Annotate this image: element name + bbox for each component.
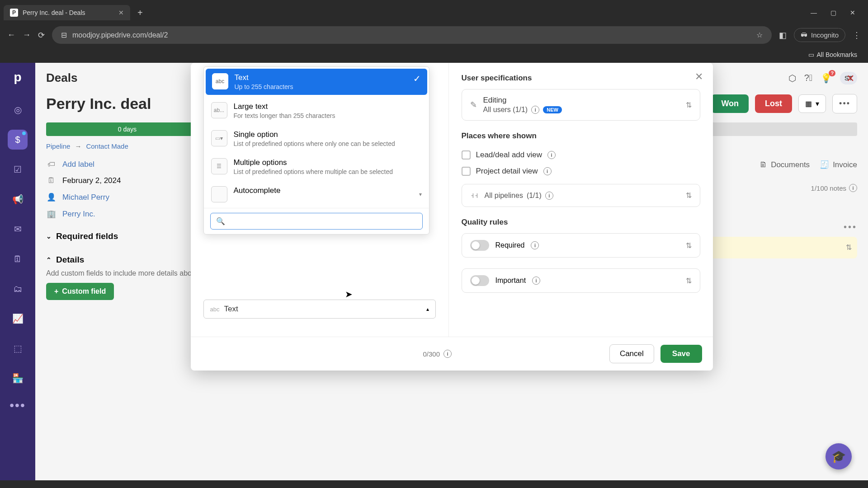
field-type-select[interactable]: abc Text ▴ (203, 300, 436, 319)
places-shown-label: Places where shown (462, 131, 700, 141)
modal-left-panel: abc Text Up to 255 characters ✓ ab... (191, 63, 448, 337)
save-button[interactable]: Save (660, 345, 702, 363)
modal-overlay: ✕ abc Text Up to 255 characters (35, 63, 868, 480)
user-spec-label: User specifications (462, 74, 700, 83)
rail-insights-icon[interactable]: 📈 (8, 309, 28, 328)
char-count: 0/300 i (423, 350, 452, 358)
project-detail-checkbox-row: Project detail view i (462, 163, 700, 179)
pipelines-card[interactable]: ⫞⫞ All pipelines (1/1) i ⇅ (462, 184, 700, 207)
dropdown-item-single-option[interactable]: ▭▾ Single option List of predefined opti… (204, 125, 429, 153)
important-card: Important i ⇅ (462, 268, 700, 293)
notif-dot (22, 131, 26, 135)
modal-close-button[interactable]: ✕ (695, 71, 703, 83)
info-icon[interactable]: i (531, 241, 539, 249)
abc-icon: abc (210, 306, 220, 313)
main-content: Deals ⬡ ?⃝ 💡? ST Perry Inc. deal Won Los… (35, 63, 868, 480)
rail-mail-icon[interactable]: ✉ (8, 219, 28, 239)
folder-icon: ▭ (808, 51, 814, 58)
dropdown-item-large-text[interactable]: ab... Large text For texts longer than 2… (204, 97, 429, 125)
custom-field-modal: ✕ abc Text Up to 255 characters (191, 63, 713, 371)
info-icon[interactable]: i (547, 151, 556, 159)
info-icon[interactable]: i (545, 192, 553, 200)
required-toggle[interactable] (470, 240, 489, 251)
minimize-icon[interactable]: ― (811, 9, 817, 16)
url-text: moodjoy.pipedrive.com/deal/2 (72, 31, 168, 39)
back-button[interactable]: ← (7, 30, 15, 40)
info-icon[interactable]: i (531, 106, 539, 114)
forward-button[interactable]: → (23, 30, 31, 40)
field-type-dropdown: abc Text Up to 255 characters ✓ ab... (203, 66, 429, 235)
check-icon: ✓ (413, 73, 421, 84)
banner-close-icon[interactable]: ✕ (846, 73, 854, 84)
expand-icon[interactable]: ⇅ (686, 191, 692, 200)
learn-fab[interactable]: 🎓 (826, 443, 852, 469)
rail-marketplace-icon[interactable]: 🏪 (8, 368, 28, 388)
window-controls: ― ▢ ✕ (811, 9, 864, 16)
dropdown-item-autocomplete[interactable]: Autocomplete ▾ (204, 181, 429, 208)
close-tab-icon[interactable]: ✕ (118, 9, 124, 16)
app-root: p ◎ $ ☑ 📢 ✉ 🗓 🗂 📈 ⬚ 🏪 ••• Deals ⬡ ?⃝ 💡? … (0, 63, 868, 480)
pipeline-icon: ⫞⫞ (470, 191, 478, 200)
maximize-icon[interactable]: ▢ (830, 9, 836, 16)
select-icon: ▭▾ (211, 130, 227, 146)
new-tab-button[interactable]: + (132, 8, 148, 18)
multiselect-icon: ☰ (211, 158, 227, 174)
quality-rules-label: Quality rules (462, 218, 700, 227)
dropdown-search-input[interactable] (230, 217, 417, 225)
info-icon[interactable]: i (443, 350, 452, 358)
bookmarks-bar: ▭ All Bookmarks (0, 48, 868, 63)
search-icon: 🔍 (216, 217, 225, 225)
panel-icon[interactable]: ◧ (779, 30, 787, 40)
important-toggle[interactable] (470, 275, 489, 286)
new-badge: NEW (543, 106, 562, 113)
dropdown-item-multiple-options[interactable]: ☰ Multiple options List of predefined op… (204, 153, 429, 181)
rail-campaign-icon[interactable]: 📢 (8, 189, 28, 209)
checkbox[interactable] (462, 167, 471, 176)
rail-checkbox-icon[interactable]: ☑ (8, 160, 28, 179)
abc-icon: abc (212, 73, 228, 89)
info-icon[interactable]: i (532, 277, 540, 285)
editing-card[interactable]: ✎ Editing All users (1/1) i NEW ⇅ (462, 89, 700, 121)
pencil-icon: ✎ (470, 100, 477, 110)
graduation-icon: 🎓 (831, 450, 846, 464)
autocomplete-icon (211, 186, 227, 202)
expand-icon[interactable]: ⇅ (686, 277, 692, 285)
address-input[interactable]: ⊟ moodjoy.pipedrive.com/deal/2 ☆ (52, 26, 772, 44)
site-settings-icon[interactable]: ⊟ (61, 31, 67, 39)
close-window-icon[interactable]: ✕ (850, 9, 855, 16)
favicon: P (10, 9, 18, 17)
lead-deal-checkbox-row: Lead/deal add view i (462, 147, 700, 163)
app-logo[interactable]: p (14, 70, 21, 84)
expand-icon[interactable]: ⇅ (686, 101, 692, 109)
modal-footer: 0/300 i Cancel Save (191, 337, 713, 371)
modal-right-panel: User specifications ✎ Editing All users … (448, 63, 713, 337)
browser-chrome: P Perry Inc. deal - Deals ✕ + ― ▢ ✕ ← → … (0, 0, 868, 63)
rail-more-icon[interactable]: ••• (9, 398, 25, 413)
reload-button[interactable]: ⟳ (38, 30, 45, 40)
rail-calendar-icon[interactable]: 🗓 (8, 249, 28, 269)
caret-up-icon: ▴ (426, 306, 429, 312)
dropdown-search-wrap: 🔍 (204, 208, 429, 234)
address-bar: ← → ⟳ ⊟ moodjoy.pipedrive.com/deal/2 ☆ ◧… (0, 22, 868, 48)
rail-deals-icon[interactable]: $ (8, 130, 28, 150)
cancel-button[interactable]: Cancel (609, 344, 654, 363)
rail-contacts-icon[interactable]: 🗂 (8, 279, 28, 299)
incognito-icon: 🕶 (801, 31, 807, 39)
rail-box-icon[interactable]: ⬚ (8, 338, 28, 358)
left-nav-rail: p ◎ $ ☑ 📢 ✉ 🗓 🗂 📈 ⬚ 🏪 ••• (0, 63, 35, 480)
required-card: Required i ⇅ (462, 233, 700, 258)
abc-icon: ab... (211, 102, 227, 118)
dropdown-item-text[interactable]: abc Text Up to 255 characters ✓ (206, 69, 427, 95)
expand-icon[interactable]: ⇅ (686, 241, 692, 250)
rail-target-icon[interactable]: ◎ (8, 100, 28, 120)
tab-bar: P Perry Inc. deal - Deals ✕ + ― ▢ ✕ (0, 0, 868, 22)
info-icon[interactable]: i (543, 167, 552, 175)
browser-tab[interactable]: P Perry Inc. deal - Deals ✕ (4, 5, 130, 20)
chevron-down-icon: ▾ (419, 191, 422, 197)
tab-title: Perry Inc. deal - Deals (23, 9, 114, 16)
incognito-badge[interactable]: 🕶 Incognito (794, 28, 845, 42)
all-bookmarks-button[interactable]: ▭ All Bookmarks (808, 51, 857, 58)
browser-menu-icon[interactable]: ⋮ (853, 30, 861, 40)
checkbox[interactable] (462, 150, 471, 160)
bookmark-star-icon[interactable]: ☆ (756, 31, 763, 39)
